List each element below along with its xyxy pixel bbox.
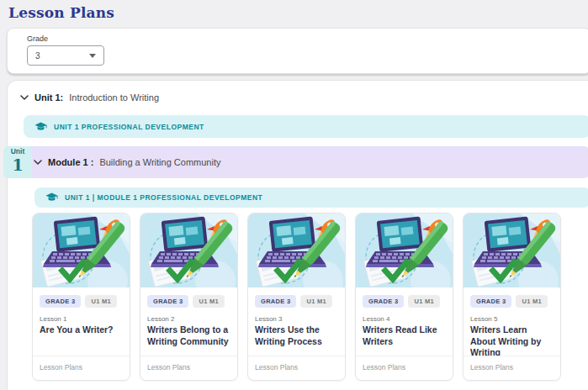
lesson-number: Lesson 2 — [147, 315, 230, 323]
lesson-title: Writers Read Like Writers — [363, 324, 446, 347]
filter-panel: Grade 3 — [7, 28, 588, 74]
unit-pd-banner[interactable]: UNIT 1 PROFESSIONAL DEVELOPMENT — [24, 115, 588, 138]
unit-module-badge: U1 M1 — [85, 295, 117, 308]
graduation-cap-icon — [45, 192, 58, 203]
unit-pd-banner-label: UNIT 1 PROFESSIONAL DEVELOPMENT — [54, 123, 204, 131]
unit-module-badge: U1 M1 — [516, 295, 548, 308]
unit-badge-number: 1 — [3, 156, 32, 174]
grade-select-value: 3 — [35, 51, 40, 61]
grade-badge: GRADE 3 — [470, 295, 511, 308]
laptop-pen-rocket-illustration — [248, 213, 345, 287]
unit-badge-word: Unit — [3, 148, 32, 155]
grade-badge: GRADE 3 — [147, 295, 188, 308]
graduation-cap-icon — [34, 122, 47, 132]
lesson-title: Writers Use the Writing Process — [255, 324, 338, 347]
lesson-title: Are You a Writer? — [40, 324, 123, 336]
lesson-card-footer: Lesson Plans — [140, 356, 237, 380]
unit-expander[interactable]: Unit 1: Introduction to Writing — [8, 81, 588, 103]
chevron-down-icon[interactable] — [34, 160, 42, 165]
lesson-card[interactable]: GRADE 3 U1 M1 Lesson 3 Writers Use the W… — [247, 213, 346, 381]
lesson-cards-row: GRADE 3 U1 M1 Lesson 1 Are You a Writer?… — [32, 213, 588, 381]
module-title: Building a Writing Community — [99, 157, 220, 167]
grade-badge: GRADE 3 — [255, 295, 296, 308]
module-expander[interactable]: Module 1 : Building a Writing Community — [24, 146, 588, 178]
unit-module-badge: U1 M1 — [193, 295, 225, 308]
laptop-pen-rocket-illustration — [356, 213, 453, 287]
grade-badge: GRADE 3 — [40, 295, 81, 308]
chevron-down-icon[interactable] — [20, 95, 29, 100]
laptop-pen-rocket-illustration — [140, 213, 237, 287]
unit-section: Unit 1: Introduction to Writing UNIT 1 P… — [7, 80, 588, 390]
lesson-card[interactable]: GRADE 3 U1 M1 Lesson 2 Writers Belong to… — [140, 213, 238, 381]
lesson-number: Lesson 5 — [470, 315, 554, 323]
lesson-card[interactable]: GRADE 3 U1 M1 Lesson 5 Writers Learn Abo… — [463, 213, 561, 381]
chevron-down-icon — [89, 54, 96, 58]
lesson-number: Lesson 3 — [255, 315, 338, 323]
laptop-pen-rocket-illustration — [33, 213, 130, 287]
unit-label: Unit 1: — [34, 92, 63, 103]
lesson-card-footer: Lesson Plans — [248, 356, 345, 380]
module-pd-banner[interactable]: UNIT 1 | MODULE 1 PROFESSIONAL DEVELOPME… — [34, 187, 588, 208]
lesson-card-footer: Lesson Plans — [33, 356, 130, 380]
unit-title: Introduction to Writing — [69, 92, 159, 103]
grade-badge: GRADE 3 — [363, 295, 404, 308]
laptop-pen-rocket-illustration — [464, 213, 560, 287]
lesson-card[interactable]: GRADE 3 U1 M1 Lesson 4 Writers Read Like… — [355, 213, 453, 381]
lesson-number: Lesson 1 — [40, 315, 123, 323]
grade-label: Grade — [27, 34, 588, 43]
lesson-card-footer: Lesson Plans — [356, 356, 453, 380]
grade-select[interactable]: 3 — [27, 45, 104, 66]
unit-module-badge: U1 M1 — [300, 295, 332, 308]
page-title: Lesson Plans — [8, 4, 114, 21]
lesson-card-footer: Lesson Plans — [464, 356, 560, 380]
lesson-title: Writers Learn About Writing by Writing — [470, 324, 554, 359]
lesson-card[interactable]: GRADE 3 U1 M1 Lesson 1 Are You a Writer?… — [32, 213, 130, 381]
unit-number-badge: Unit 1 — [3, 146, 32, 178]
lesson-title: Writers Belong to a Writing Community — [147, 324, 230, 347]
unit-module-badge: U1 M1 — [408, 295, 440, 308]
lesson-number: Lesson 4 — [363, 315, 446, 323]
module-label: Module 1 : — [48, 157, 93, 167]
module-pd-banner-label: UNIT 1 | MODULE 1 PROFESSIONAL DEVELOPME… — [65, 193, 262, 202]
